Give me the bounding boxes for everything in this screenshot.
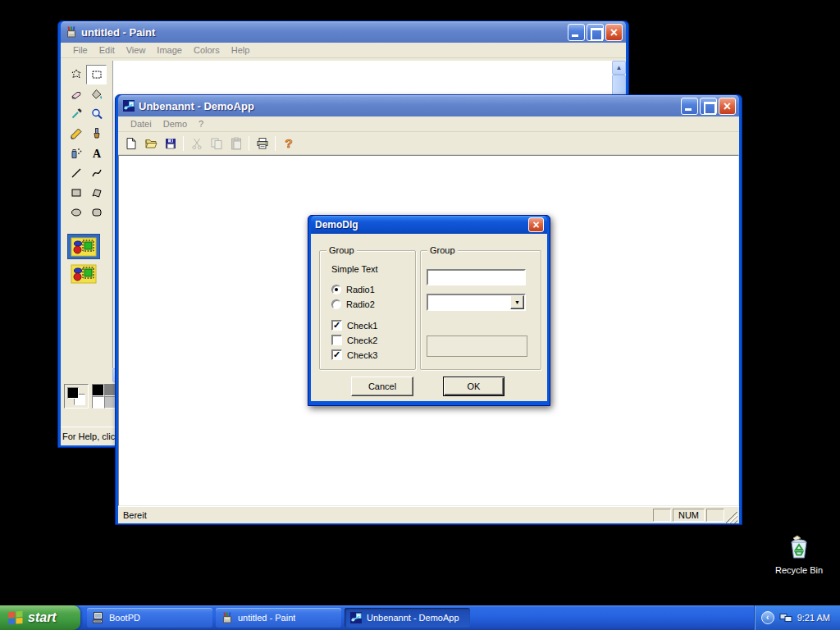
paint-tool-polygon[interactable] bbox=[86, 183, 107, 203]
demodlg-titlebar[interactable]: DemoDlg bbox=[311, 216, 547, 234]
checkbox-check3[interactable]: ✓Check3 bbox=[331, 349, 377, 360]
radio-button-icon[interactable] bbox=[331, 299, 341, 309]
task-button-bootpd[interactable]: BootPD bbox=[87, 608, 212, 628]
paint-tool-freeform-select[interactable] bbox=[66, 65, 86, 84]
text-icon: A bbox=[90, 147, 103, 160]
paint-menubar: FileEditViewImageColorsHelp bbox=[61, 43, 626, 58]
radio-button-icon[interactable] bbox=[331, 285, 341, 294]
left-groupbox: Group Simple Text Radio1Radio2 ✓Check1Ch… bbox=[319, 250, 416, 370]
option-transparent-selection[interactable] bbox=[67, 261, 100, 286]
radio-radio1[interactable]: Radio1 bbox=[331, 284, 375, 294]
demoapp-icon bbox=[349, 611, 363, 624]
radio-radio2[interactable]: Radio2 bbox=[331, 299, 375, 309]
network-icon[interactable] bbox=[779, 611, 792, 624]
paint-tool-ellipse[interactable] bbox=[66, 203, 86, 222]
demodlg-close-icon[interactable] bbox=[528, 217, 544, 232]
checkbox-icon[interactable]: ✓ bbox=[331, 320, 342, 331]
desktop-icon-recycle-bin[interactable]: Recycle Bin bbox=[765, 533, 833, 575]
toolbar-save-button[interactable] bbox=[161, 135, 180, 153]
radio-group: Radio1Radio2 bbox=[331, 284, 375, 309]
toolbar-open-button[interactable] bbox=[141, 135, 160, 153]
demoapp-titlebar[interactable]: Unbenannt - DemoApp bbox=[118, 95, 739, 116]
paint-tool-options bbox=[66, 234, 102, 286]
bootpd-icon bbox=[92, 611, 105, 624]
paint-tool-rounded-rectangle[interactable] bbox=[86, 203, 107, 222]
paint-menu-edit[interactable]: Edit bbox=[94, 43, 121, 57]
combo-box[interactable]: ▼ bbox=[427, 294, 526, 311]
paint-tool-rect-select[interactable] bbox=[86, 65, 107, 84]
demodlg-body: Group Simple Text Radio1Radio2 ✓Check1Ch… bbox=[311, 234, 547, 401]
paint-tool-magnifier[interactable] bbox=[86, 104, 107, 124]
paint-menu-view[interactable]: View bbox=[121, 43, 152, 57]
toolbar-copy-button bbox=[207, 135, 226, 153]
paint-menu-colors[interactable]: Colors bbox=[188, 43, 226, 57]
paint-tool-pencil[interactable] bbox=[66, 124, 86, 144]
checkbox-check1[interactable]: ✓Check1 bbox=[331, 320, 377, 331]
checkbox-icon[interactable] bbox=[331, 335, 342, 345]
status-pane bbox=[653, 509, 671, 522]
option-opaque-selection[interactable] bbox=[67, 234, 100, 259]
demoapp-maximize-icon[interactable] bbox=[700, 98, 717, 115]
paint-close-icon[interactable] bbox=[605, 24, 623, 41]
right-groupbox-label: Group bbox=[427, 245, 458, 255]
demoapp-icon bbox=[122, 99, 135, 112]
resize-grip[interactable] bbox=[726, 512, 737, 523]
color-picker-icon bbox=[70, 107, 83, 121]
task-button-label: Unbenannt - DemoApp bbox=[367, 613, 459, 623]
demoapp-window-title: Unbenannt - DemoApp bbox=[139, 100, 678, 112]
taskbar-buttons: BootPDuntitled - PaintUnbenannt - DemoAp… bbox=[87, 608, 470, 628]
task-button-label: untitled - Paint bbox=[238, 613, 295, 623]
checkbox-label: Check3 bbox=[347, 350, 377, 360]
chevron-down-icon[interactable]: ▼ bbox=[510, 295, 524, 309]
paint-menu-help[interactable]: Help bbox=[226, 43, 256, 57]
toolbar-help-button[interactable]: ? bbox=[279, 135, 298, 153]
rectangle-icon bbox=[70, 186, 83, 199]
demoapp-close-icon[interactable] bbox=[719, 98, 736, 115]
paint-tool-line[interactable] bbox=[66, 163, 86, 183]
cancel-button[interactable]: Cancel bbox=[351, 377, 413, 396]
toolbar-separator bbox=[275, 136, 276, 151]
toolbar-new-button[interactable] bbox=[121, 135, 140, 153]
paint-minimize-icon[interactable] bbox=[568, 24, 585, 41]
checkbox-label: Check1 bbox=[347, 321, 377, 331]
task-button-unbenannt-demoapp[interactable]: Unbenannt - DemoApp bbox=[345, 608, 470, 628]
demoapp-menu-datei[interactable]: Datei bbox=[125, 117, 158, 130]
rounded-rectangle-icon bbox=[90, 206, 103, 219]
windows-flag-icon bbox=[7, 609, 24, 627]
paste-icon bbox=[230, 137, 243, 150]
paint-menu-image[interactable]: Image bbox=[151, 43, 188, 57]
tray-chevron-icon[interactable]: ‹ bbox=[761, 611, 774, 624]
combo-value bbox=[428, 295, 510, 309]
paint-tool-fill[interactable] bbox=[86, 84, 107, 104]
paint-tool-airbrush[interactable] bbox=[66, 144, 86, 163]
start-button[interactable]: start bbox=[0, 605, 80, 630]
paint-tool-rectangle[interactable] bbox=[66, 183, 86, 203]
paint-tool-color-picker[interactable] bbox=[66, 104, 86, 124]
right-groupbox: Group ▼ bbox=[420, 250, 541, 370]
simple-text-label: Simple Text bbox=[331, 264, 378, 274]
scroll-up-icon[interactable]: ▲ bbox=[612, 61, 626, 75]
checkbox-check2[interactable]: Check2 bbox=[331, 335, 377, 345]
paint-titlebar[interactable]: untitled - Paint bbox=[61, 21, 626, 43]
paint-maximize-icon[interactable] bbox=[587, 24, 604, 41]
ok-button[interactable]: OK bbox=[443, 377, 504, 396]
demoapp-minimize-icon[interactable] bbox=[681, 98, 698, 115]
paint-tool-curve[interactable] bbox=[86, 163, 107, 183]
left-groupbox-label: Group bbox=[326, 245, 357, 255]
paint-tool-text[interactable]: A bbox=[86, 144, 107, 163]
svg-text:A: A bbox=[92, 148, 101, 160]
demoapp-statusbar: Bereit NUM bbox=[118, 506, 739, 523]
paint-tool-eraser[interactable] bbox=[66, 84, 86, 104]
open-icon bbox=[144, 137, 158, 150]
paint-menu-file[interactable]: File bbox=[67, 43, 94, 57]
palette-swatch[interactable] bbox=[92, 384, 104, 396]
toolbar-print-button[interactable] bbox=[253, 135, 272, 153]
checkbox-group: ✓Check1Check2✓Check3 bbox=[331, 320, 377, 360]
text-input[interactable] bbox=[427, 269, 526, 285]
paint-tool-brush[interactable] bbox=[86, 124, 107, 144]
task-button-untitled-paint[interactable]: untitled - Paint bbox=[216, 608, 341, 628]
demoapp-menu-help[interactable]: ? bbox=[193, 117, 209, 130]
demoapp-menu-demo[interactable]: Demo bbox=[158, 117, 193, 130]
palette-swatch[interactable] bbox=[92, 396, 104, 409]
checkbox-icon[interactable]: ✓ bbox=[331, 349, 342, 360]
